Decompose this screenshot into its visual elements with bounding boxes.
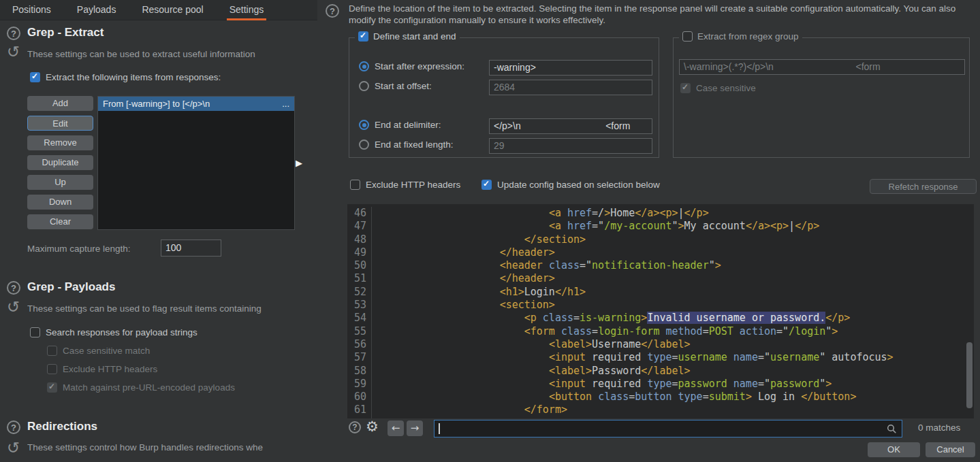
max-capture-input[interactable]: 100: [161, 240, 221, 257]
help-icon[interactable]: ?: [326, 4, 339, 18]
tab-payloads[interactable]: Payloads: [74, 0, 119, 20]
end-at-delimiter-label: End at delimiter:: [375, 120, 441, 130]
code-line: 49 </header>: [347, 246, 974, 259]
checkbox-checked-icon[interactable]: [481, 180, 492, 190]
exclude-http-headers-row[interactable]: Exclude HTTP headers: [47, 364, 157, 374]
checkbox-unchecked-icon[interactable]: [350, 180, 360, 190]
start-after-expression-input[interactable]: -warning>: [489, 60, 652, 76]
vertical-scrollbar-thumb[interactable]: [966, 342, 973, 408]
line-number: 55: [347, 325, 372, 338]
radio-selected-icon[interactable]: [359, 120, 369, 130]
extract-items-checkbox-row[interactable]: Extract the following items from respons…: [30, 72, 221, 82]
search-help-icon[interactable]: ?: [349, 421, 361, 433]
end-at-fixed-length-row[interactable]: End at fixed length:: [359, 139, 454, 150]
extract-regex-group: Extract from regex group \-warning>(.*?)…: [673, 37, 970, 158]
match-pre-url-label: Match against pre-URL-encoded payloads: [63, 382, 235, 393]
line-number: 50: [347, 259, 372, 272]
radio-unselected-icon[interactable]: [359, 81, 369, 91]
line-number: 53: [347, 299, 372, 312]
search-magnifier-icon: [887, 424, 897, 437]
end-at-fixed-length-input[interactable]: 29: [489, 138, 652, 154]
line-number: 48: [347, 233, 372, 246]
start-at-offset-row[interactable]: Start at offset:: [359, 81, 432, 91]
end-at-delimiter-input[interactable]: </p>\n <form: [489, 118, 652, 134]
radio-selected-icon[interactable]: [359, 61, 369, 71]
extract-items-list[interactable]: From [-warning>] to [</p>\n ...: [97, 96, 295, 230]
section-description: These settings control how Burp handles …: [27, 442, 317, 452]
define-start-end-checkbox[interactable]: [358, 31, 368, 42]
restore-defaults-icon[interactable]: ↺: [7, 441, 20, 455]
help-icon[interactable]: ?: [7, 27, 20, 40]
extract-regex-legend: Extract from regex group: [679, 31, 802, 42]
collapse-panel-arrow-icon[interactable]: ▶: [296, 158, 302, 168]
restore-defaults-icon[interactable]: ↺: [7, 45, 20, 59]
cancel-button[interactable]: Cancel: [926, 442, 975, 457]
define-start-end-legend: Define start and end: [355, 31, 460, 42]
start-after-expression-label: Start after expression:: [375, 61, 464, 71]
search-matches-count: 0 matches: [918, 423, 960, 433]
code-line: 53 <section>: [347, 299, 974, 312]
update-config-option-row[interactable]: Update config based on selection below: [481, 180, 660, 190]
tab-resource-pool[interactable]: Resource pool: [139, 0, 206, 20]
response-code-panel[interactable]: 46 <a href=/>Home</a><p>|</p>47 <a href=…: [347, 204, 974, 418]
regex-case-sensitive-row[interactable]: Case sensitive: [680, 83, 756, 93]
code-line: 62 </section>: [347, 417, 974, 418]
restore-defaults-icon[interactable]: ↺: [7, 300, 20, 314]
extract-regex-title: Extract from regex group: [697, 31, 799, 42]
down-button[interactable]: Down: [27, 195, 93, 210]
max-capture-label: Maximum capture length:: [27, 244, 163, 254]
intruder-settings-panel: Positions Payloads Resource pool Setting…: [0, 0, 317, 462]
add-button[interactable]: Add: [27, 96, 93, 111]
intruder-tabbar: Positions Payloads Resource pool Setting…: [0, 0, 317, 20]
up-button[interactable]: Up: [27, 175, 93, 190]
burp-intruder-window: Positions Payloads Resource pool Setting…: [0, 0, 980, 462]
help-icon[interactable]: ?: [7, 420, 20, 434]
case-sensitive-match-row[interactable]: Case sensitive match: [47, 346, 150, 356]
ok-button[interactable]: OK: [868, 442, 920, 457]
section-title-redirections: Redirections: [27, 420, 97, 433]
line-number: 49: [347, 246, 372, 259]
checkbox-checked-icon[interactable]: [30, 72, 40, 82]
tab-settings[interactable]: Settings: [227, 0, 267, 20]
end-at-fixed-length-label: End at fixed length:: [375, 139, 454, 150]
line-number: 57: [347, 351, 372, 364]
tab-positions[interactable]: Positions: [10, 0, 54, 20]
exclude-http-headers-option-label: Exclude HTTP headers: [366, 180, 460, 190]
start-after-expression-row[interactable]: Start after expression:: [359, 61, 464, 71]
edit-button[interactable]: Edit: [27, 116, 93, 131]
remove-button[interactable]: Remove: [27, 135, 93, 150]
exclude-http-headers-option-row[interactable]: Exclude HTTP headers: [350, 180, 460, 190]
extract-regex-checkbox[interactable]: [682, 31, 693, 42]
radio-unselected-icon[interactable]: [359, 139, 369, 150]
checkbox-disabled-checked-icon: [680, 83, 691, 93]
code-line: 51 </header>: [347, 272, 974, 285]
list-item-selected[interactable]: From [-warning>] to [</p>\n ...: [98, 97, 294, 111]
line-number: 58: [347, 365, 372, 378]
line-number: 54: [347, 312, 372, 325]
search-responses-checkbox-row[interactable]: Search responses for payload strings: [30, 327, 197, 337]
checkbox-unchecked-icon[interactable]: [30, 327, 40, 337]
search-next-button[interactable]: →: [407, 420, 423, 436]
search-settings-gear-icon[interactable]: ⚙: [366, 418, 379, 435]
duplicate-button[interactable]: Duplicate: [27, 155, 93, 170]
code-line: 61 </form>: [347, 403, 974, 416]
update-config-option-label: Update config based on selection below: [497, 180, 660, 190]
code-line: 48 </section>: [347, 233, 974, 246]
section-title-grep-extract: Grep - Extract: [27, 26, 104, 39]
refetch-response-button[interactable]: Refetch response: [870, 179, 977, 194]
code-line: 52 <h1>Login</h1>: [347, 286, 974, 299]
search-previous-button[interactable]: ←: [388, 420, 404, 436]
line-number: 60: [347, 391, 372, 403]
start-at-offset-input[interactable]: 2684: [489, 80, 652, 95]
define-start-end-group: Define start and end Start after express…: [349, 37, 659, 158]
code-line: 50 <header class="notification-header">: [347, 259, 974, 272]
section-description: These settings can be used to flag resul…: [27, 303, 317, 314]
clear-button[interactable]: Clear: [27, 214, 93, 229]
search-input[interactable]: [434, 420, 902, 438]
regex-input[interactable]: \-warning>(.*?)</p>\n <form: [679, 59, 965, 75]
end-at-delimiter-row[interactable]: End at delimiter:: [359, 120, 441, 130]
help-icon[interactable]: ?: [7, 281, 20, 295]
match-pre-url-row[interactable]: Match against pre-URL-encoded payloads: [47, 382, 235, 393]
section-title-grep-payloads: Grep - Payloads: [27, 280, 115, 294]
line-number: 59: [347, 378, 372, 391]
